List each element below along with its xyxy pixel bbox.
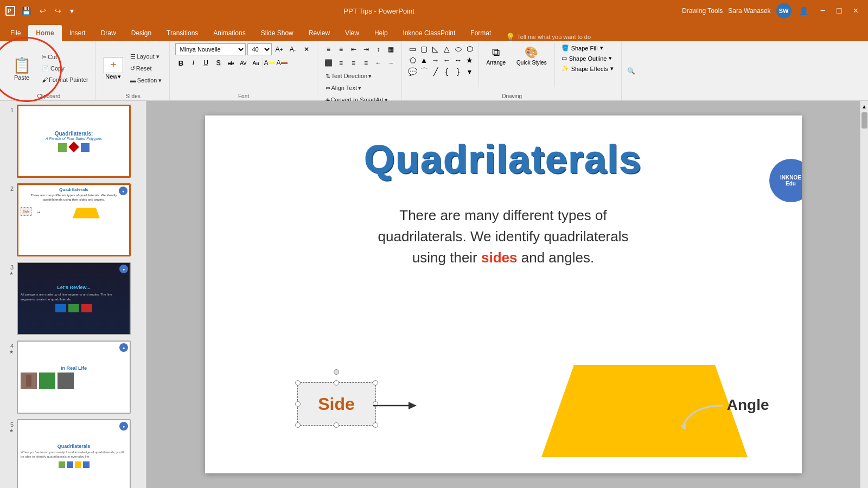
- tab-animations[interactable]: Animations: [206, 25, 253, 41]
- tab-insert[interactable]: Insert: [62, 25, 93, 41]
- slide-item-5[interactable]: 5 ★ Quadrilaterals When you've found you…: [3, 418, 143, 488]
- oval-button[interactable]: ⬭: [453, 43, 464, 54]
- ribbon-search-button[interactable]: 🔍: [626, 65, 637, 77]
- bold-button[interactable]: B: [175, 57, 187, 69]
- tab-home[interactable]: Home: [28, 25, 61, 41]
- save-button[interactable]: 💾: [20, 5, 33, 16]
- text-direction-button[interactable]: ⇅ Text Direction ▾: [323, 70, 397, 81]
- rect-shape-button[interactable]: ▭: [407, 43, 418, 54]
- callout-button[interactable]: 💬: [407, 66, 418, 77]
- arrow-left-button[interactable]: ←: [442, 55, 452, 66]
- restore-button[interactable]: □: [832, 6, 846, 16]
- font-name-select[interactable]: Minya Nouvelle: [175, 43, 246, 55]
- paste-button[interactable]: 📋 Paste: [7, 50, 37, 87]
- rounded-rect-button[interactable]: ▢: [419, 43, 430, 54]
- cut-button[interactable]: ✂ Cut: [39, 52, 91, 62]
- clear-format-button[interactable]: ✕: [301, 43, 312, 55]
- right-tri-button[interactable]: △: [442, 43, 452, 54]
- account-button[interactable]: 👤: [797, 5, 810, 16]
- increase-font-button[interactable]: A+: [273, 43, 285, 55]
- side-textbox[interactable]: Side: [297, 382, 376, 426]
- triangle-button[interactable]: ▲: [419, 55, 430, 66]
- close-button[interactable]: ×: [849, 6, 863, 16]
- slide-item-3[interactable]: 3 ★ Let's Review... All polygons are mad…: [3, 261, 143, 336]
- brace-button[interactable]: }: [453, 66, 464, 77]
- hexagon-button[interactable]: ⬡: [464, 43, 475, 54]
- bullets-button[interactable]: ≡: [323, 43, 335, 55]
- justify-button[interactable]: ≡: [360, 57, 372, 69]
- ltr-button[interactable]: →: [385, 57, 397, 69]
- pentagon-button[interactable]: ⬠: [407, 55, 418, 66]
- arrow-right-button[interactable]: →: [430, 55, 441, 66]
- font-size-select[interactable]: 40: [247, 43, 272, 55]
- align-text-button[interactable]: ⇔ Align Text ▾: [323, 82, 397, 93]
- copy-button[interactable]: 📄 Copy: [39, 63, 91, 74]
- arrange-button[interactable]: ⧉ Arrange: [482, 44, 510, 68]
- handle-ml[interactable]: [295, 401, 301, 407]
- slide-item-4[interactable]: 4 ★ In Real Life ●: [3, 339, 143, 415]
- handle-br[interactable]: [373, 422, 378, 428]
- new-slide-button[interactable]: + New ▾: [101, 55, 125, 82]
- italic-button[interactable]: I: [188, 57, 200, 69]
- redo-button[interactable]: ↪: [53, 5, 63, 16]
- shape-outline-button[interactable]: ▭ Shape Outline ▾: [558, 54, 617, 63]
- quick-styles-button[interactable]: 🎨 Quick Styles: [512, 43, 551, 68]
- more-shapes-button[interactable]: ▾: [464, 66, 475, 77]
- align-left-button[interactable]: ⬛: [323, 57, 335, 69]
- tab-format[interactable]: Format: [463, 25, 499, 41]
- section-button[interactable]: ▬ Section ▾: [127, 75, 165, 86]
- bracket-button[interactable]: {: [442, 66, 452, 77]
- strikethrough-button[interactable]: ab: [225, 57, 237, 69]
- font-color-button[interactable]: A: [276, 57, 288, 69]
- slide-item-1[interactable]: 1 Quadrilaterals: A Parade of Four-Sided…: [3, 104, 143, 179]
- handle-bc[interactable]: [334, 422, 339, 428]
- change-case-button[interactable]: Aa: [250, 57, 262, 69]
- line-button[interactable]: ╱: [430, 66, 441, 77]
- underline-button[interactable]: U: [200, 57, 212, 69]
- curved-button[interactable]: ⌒: [419, 66, 430, 77]
- right-angle-button[interactable]: ◺: [430, 43, 441, 54]
- decrease-font-button[interactable]: A-: [287, 43, 299, 55]
- tell-me-tab[interactable]: 💡 Tell me what you want to do: [501, 33, 595, 41]
- tab-design[interactable]: Design: [124, 25, 159, 41]
- slide-canvas[interactable]: Quadrilaterals There are many different …: [205, 115, 802, 473]
- tab-transitions[interactable]: Transitions: [159, 25, 206, 41]
- rotate-handle[interactable]: [334, 369, 339, 375]
- customize-button[interactable]: ▾: [68, 5, 76, 16]
- line-spacing-button[interactable]: ↕: [373, 43, 385, 55]
- increase-indent-button[interactable]: ⇥: [360, 43, 372, 55]
- reset-button[interactable]: ↺ Reset: [127, 63, 165, 74]
- slide-item-2[interactable]: 2 Quadrilaterals There are many differen…: [3, 182, 143, 258]
- rtl-button[interactable]: ←: [373, 57, 385, 69]
- shape-fill-button[interactable]: 🪣 Shape Fill ▾: [558, 43, 617, 53]
- decrease-indent-button[interactable]: ⇤: [348, 43, 360, 55]
- layout-button[interactable]: ☰ Layout ▾: [127, 51, 165, 62]
- handle-bl[interactable]: [295, 422, 301, 428]
- char-spacing-button[interactable]: AV: [238, 57, 250, 69]
- tab-draw[interactable]: Draw: [93, 25, 124, 41]
- format-painter-button[interactable]: 🖌 Format Painter: [39, 74, 91, 85]
- scroll-up-button[interactable]: ▲: [861, 104, 867, 110]
- tab-view[interactable]: View: [337, 25, 367, 41]
- double-arrow-button[interactable]: ↔: [453, 55, 464, 66]
- handle-tl[interactable]: [295, 380, 301, 386]
- handle-tc[interactable]: [334, 380, 339, 386]
- tab-file[interactable]: File: [3, 25, 28, 41]
- star5-button[interactable]: ★: [464, 55, 475, 66]
- align-right-button[interactable]: ≡: [348, 57, 360, 69]
- handle-tr[interactable]: [373, 380, 378, 386]
- scroll-thumb[interactable]: [861, 112, 867, 129]
- highlight-button[interactable]: A: [264, 57, 276, 69]
- shadow-button[interactable]: S: [213, 57, 225, 69]
- minimize-button[interactable]: −: [816, 6, 829, 16]
- align-center-button[interactable]: ≡: [335, 57, 347, 69]
- tab-slideshow[interactable]: Slide Show: [253, 25, 301, 41]
- numbered-button[interactable]: ≡: [335, 43, 347, 55]
- columns-button[interactable]: ▦: [385, 43, 397, 55]
- undo-button[interactable]: ↩: [37, 5, 48, 16]
- tab-help[interactable]: Help: [367, 25, 395, 41]
- scroll-bar[interactable]: ▲: [860, 101, 868, 488]
- tab-review[interactable]: Review: [301, 25, 337, 41]
- tab-inknoe[interactable]: Inknoe ClassPoint: [395, 25, 463, 41]
- shape-effects-button[interactable]: ✨ Shape Effects ▾: [558, 64, 617, 73]
